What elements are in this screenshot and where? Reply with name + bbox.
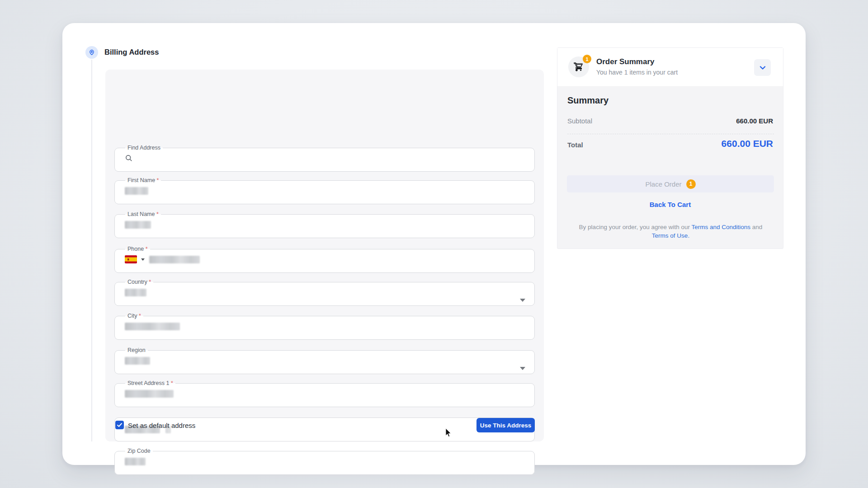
- last-name-field[interactable]: Last Name *: [114, 211, 535, 238]
- field-label: City: [127, 313, 137, 319]
- terms-of-use-link[interactable]: Terms of Use.: [652, 232, 689, 239]
- spain-flag-icon: [125, 255, 137, 263]
- dropdown-arrow-icon: [141, 258, 145, 261]
- subtotal-value: 660.00 EUR: [736, 117, 773, 125]
- terms-and-conditions-link[interactable]: Terms and Conditions: [692, 224, 751, 230]
- mouse-cursor-icon: [445, 428, 453, 439]
- page-title: Billing Address: [104, 48, 159, 56]
- subtotal-label: Subtotal: [567, 117, 592, 125]
- field-label: First Name: [127, 177, 155, 183]
- phone-country-selector[interactable]: [125, 255, 145, 263]
- order-summary-panel: 1 Order Summary You have 1 items in your…: [557, 47, 783, 249]
- total-value: 660.00 EUR: [722, 138, 773, 149]
- check-icon: [117, 422, 123, 428]
- dropdown-arrow-icon: [520, 367, 525, 370]
- first-name-field[interactable]: First Name *: [114, 177, 535, 204]
- field-label: Find Address: [127, 145, 160, 151]
- field-label: Region: [127, 347, 146, 353]
- redacted-value: [125, 187, 148, 195]
- redacted-value: [125, 458, 146, 465]
- cart-icon: [574, 62, 584, 72]
- billing-step-badge: [85, 46, 98, 59]
- collapse-summary-button[interactable]: [754, 59, 771, 76]
- field-label: Country: [127, 279, 147, 285]
- redacted-value: [125, 221, 151, 229]
- summary-heading: Summary: [567, 95, 609, 106]
- default-address-label: Set as default address: [128, 422, 195, 429]
- region-select[interactable]: Region: [114, 347, 535, 374]
- redacted-value: [149, 256, 200, 263]
- dropdown-arrow-icon: [520, 299, 525, 302]
- checkout-page: Billing Address Find Address First Name …: [0, 0, 868, 488]
- street-address-2-field[interactable]: [114, 418, 535, 441]
- billing-form: Find Address First Name * Last Name * Ph…: [105, 70, 544, 441]
- order-summary-header: 1 Order Summary You have 1 items in your…: [557, 48, 783, 87]
- order-summary-title: Order Summary: [596, 57, 655, 66]
- field-label: Zip Code: [127, 448, 151, 454]
- field-label: Last Name: [127, 211, 155, 217]
- location-pin-icon: [89, 49, 95, 56]
- country-select[interactable]: Country *: [114, 279, 535, 306]
- stepper-line: [91, 60, 92, 441]
- place-order-button[interactable]: Place Order 1: [567, 175, 774, 192]
- street-address-1-field[interactable]: Street Address 1 *: [114, 380, 535, 407]
- redacted-value: [125, 289, 146, 296]
- field-label: Street Address 1: [127, 380, 169, 386]
- redacted-value: [125, 390, 174, 398]
- redacted-value: [125, 323, 180, 330]
- total-label: Total: [567, 141, 583, 149]
- use-this-address-button[interactable]: Use This Address: [476, 418, 535, 432]
- place-order-label: Place Order: [645, 180, 681, 188]
- cart-count-badge: 1: [583, 55, 591, 63]
- city-field[interactable]: City *: [114, 313, 535, 340]
- summary-divider: [567, 134, 774, 134]
- terms-text: By placing your order, you agree with ou…: [570, 223, 771, 240]
- place-order-count-badge: 1: [686, 179, 696, 189]
- field-label: Phone: [127, 246, 144, 252]
- order-summary-subtitle: You have 1 items in your cart: [596, 69, 678, 76]
- back-to-cart-link[interactable]: Back To Cart: [557, 201, 783, 208]
- find-address-field[interactable]: Find Address: [114, 145, 535, 172]
- chevron-down-icon: [759, 64, 766, 71]
- zip-code-field[interactable]: Zip Code: [114, 448, 535, 475]
- default-address-checkbox[interactable]: [115, 421, 124, 429]
- redacted-value: [125, 357, 150, 365]
- search-icon: [125, 154, 133, 162]
- phone-field[interactable]: Phone *: [114, 246, 535, 273]
